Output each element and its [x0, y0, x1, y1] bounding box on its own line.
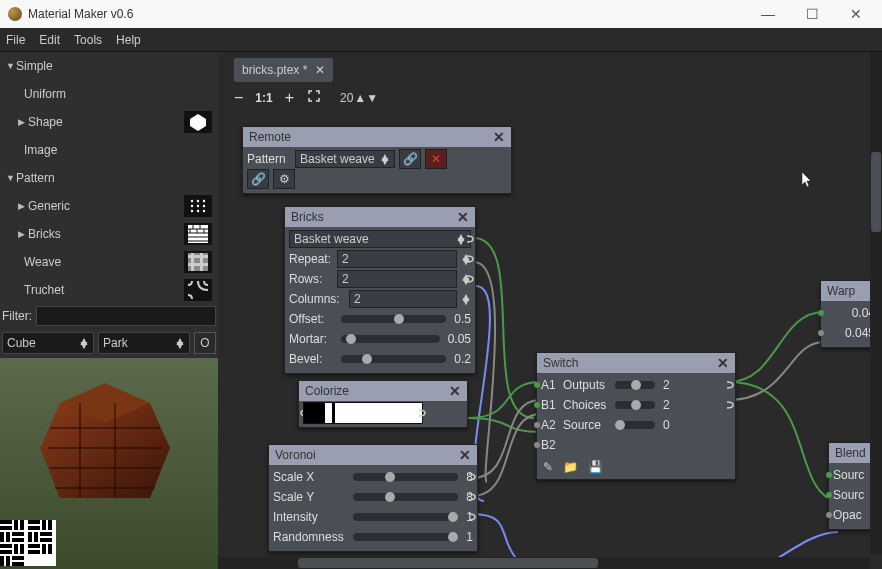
- horizontal-scrollbar[interactable]: [218, 557, 870, 569]
- node-title: Remote: [249, 130, 291, 144]
- scalex-slider[interactable]: [353, 473, 458, 481]
- folder-icon[interactable]: 📁: [563, 460, 578, 474]
- tab-label: bricks.ptex *: [242, 63, 307, 77]
- node-close-icon[interactable]: ✕: [459, 447, 471, 463]
- svg-rect-47: [12, 538, 24, 542]
- input-port[interactable]: [815, 308, 831, 318]
- menu-file[interactable]: File: [6, 33, 25, 47]
- scaley-slider[interactable]: [353, 493, 458, 501]
- vertical-scrollbar[interactable]: [870, 52, 882, 555]
- param-value: 2: [663, 378, 670, 392]
- zoom-out-button[interactable]: −: [234, 89, 243, 107]
- save-icon[interactable]: 💾: [588, 460, 603, 474]
- node-switch[interactable]: Switch ✕ A1 Outputs 2 B1 Choices 2: [536, 352, 736, 480]
- source-slider[interactable]: [615, 421, 655, 429]
- minimize-button[interactable]: —: [758, 6, 778, 22]
- close-button[interactable]: ✕: [846, 6, 866, 22]
- menu-bar: File Edit Tools Help: [0, 28, 882, 52]
- tree-item-weave[interactable]: Weave: [0, 248, 218, 276]
- environment-dropdown[interactable]: Park ▲▼: [98, 332, 190, 354]
- maximize-button[interactable]: ☐: [802, 6, 822, 22]
- node-voronoi[interactable]: Voronoi ✕ Scale X 8 Scale Y 8 Intensity: [268, 444, 478, 552]
- link-button[interactable]: 🔗: [399, 149, 421, 169]
- output-port[interactable]: [465, 254, 481, 264]
- output-port[interactable]: [465, 274, 481, 284]
- link-icon: 🔗: [403, 152, 418, 166]
- param-value: 1: [466, 530, 473, 544]
- preview-3d[interactable]: [0, 358, 218, 569]
- node-close-icon[interactable]: ✕: [493, 129, 505, 145]
- outputs-slider[interactable]: [615, 381, 655, 389]
- svg-point-68: [818, 310, 824, 316]
- offset-slider[interactable]: [341, 315, 446, 323]
- choices-slider[interactable]: [615, 401, 655, 409]
- tree-item-truchet[interactable]: Truchet: [0, 276, 218, 304]
- svg-rect-57: [28, 550, 40, 554]
- svg-rect-61: [6, 556, 10, 566]
- scrollbar-thumb[interactable]: [871, 152, 881, 232]
- model-dropdown[interactable]: Cube ▲▼: [2, 332, 94, 354]
- expand-icon: ▶: [18, 117, 28, 127]
- pattern-dropdown[interactable]: Basket weave ▲▼: [295, 150, 395, 168]
- param-label: Scale Y: [273, 490, 345, 504]
- menu-help[interactable]: Help: [116, 33, 141, 47]
- pencil-icon[interactable]: ✎: [543, 460, 553, 474]
- tree-item-bricks[interactable]: ▶ Bricks: [0, 220, 218, 248]
- output-port[interactable]: [417, 408, 433, 418]
- gradient-editor[interactable]: [303, 402, 423, 424]
- port-label: Sourc: [833, 488, 864, 502]
- zoom-fit-button[interactable]: [306, 88, 322, 108]
- bevel-slider[interactable]: [341, 355, 446, 363]
- svg-point-5: [191, 205, 193, 207]
- link-icon: 🔗: [251, 172, 266, 186]
- intensity-slider[interactable]: [353, 513, 458, 521]
- zoom-in-button[interactable]: +: [285, 89, 294, 107]
- tree-item-image[interactable]: Image: [0, 136, 218, 164]
- node-close-icon[interactable]: ✕: [449, 383, 461, 399]
- columns-spinner[interactable]: 2: [349, 290, 457, 308]
- output-button[interactable]: O: [194, 332, 216, 354]
- node-colorize[interactable]: Colorize ✕: [298, 380, 468, 428]
- node-title: Blend: [835, 446, 866, 460]
- tab-bar: bricks.ptex * ✕: [234, 58, 333, 82]
- delete-button[interactable]: ✕: [425, 149, 447, 169]
- tree-item-generic[interactable]: ▶ Generic: [0, 192, 218, 220]
- mortar-slider[interactable]: [341, 335, 440, 343]
- param-value: 0.5: [454, 312, 471, 326]
- tree-item-uniform[interactable]: Uniform: [0, 80, 218, 108]
- param-label: Mortar:: [289, 332, 333, 346]
- output-port[interactable]: [725, 400, 741, 410]
- repeat-spinner[interactable]: 2: [337, 250, 457, 268]
- expand-icon: ▶: [18, 201, 28, 211]
- output-port[interactable]: [467, 512, 483, 522]
- node-bricks[interactable]: Bricks ✕ Basket weave ▲▼ Repeat: 2 ▲▼: [284, 206, 476, 374]
- zoom-reset-button[interactable]: 1:1: [255, 91, 272, 105]
- tab-file[interactable]: bricks.ptex * ✕: [234, 58, 333, 82]
- node-close-icon[interactable]: ✕: [717, 355, 729, 371]
- link-button-2[interactable]: 🔗: [247, 169, 269, 189]
- node-remote[interactable]: Remote ✕ Pattern Basket weave ▲▼ 🔗 ✕ 🔗 ⚙: [242, 126, 512, 194]
- pattern-dropdown[interactable]: Basket weave ▲▼: [289, 230, 471, 248]
- tree-item-shape[interactable]: ▶ Shape: [0, 108, 218, 136]
- settings-button[interactable]: ⚙: [273, 169, 295, 189]
- output-port[interactable]: [725, 380, 741, 390]
- tree-item-simple[interactable]: ▼ Simple: [0, 52, 218, 80]
- scrollbar-thumb[interactable]: [298, 558, 598, 568]
- tab-close-icon[interactable]: ✕: [315, 63, 325, 77]
- graph-canvas[interactable]: bricks.ptex * ✕ − 1:1 + 20 ▲▼ Remote ✕ P…: [218, 52, 882, 569]
- menu-edit[interactable]: Edit: [39, 33, 60, 47]
- param-label: Intensity: [273, 510, 345, 524]
- node-close-icon[interactable]: ✕: [457, 209, 469, 225]
- filter-input[interactable]: [36, 306, 216, 326]
- spinner-arrows-icon[interactable]: ▲▼: [461, 295, 471, 303]
- rows-spinner[interactable]: 2: [337, 270, 457, 288]
- output-port[interactable]: [467, 472, 483, 482]
- output-port[interactable]: [467, 492, 483, 502]
- zoom-value[interactable]: 20 ▲▼: [334, 88, 384, 108]
- menu-tools[interactable]: Tools: [74, 33, 102, 47]
- spinner-arrows-icon: ▲▼: [79, 339, 89, 347]
- randomness-slider[interactable]: [353, 533, 458, 541]
- tree-item-pattern[interactable]: ▼ Pattern: [0, 164, 218, 192]
- output-port[interactable]: [465, 234, 481, 244]
- input-port[interactable]: [815, 328, 831, 338]
